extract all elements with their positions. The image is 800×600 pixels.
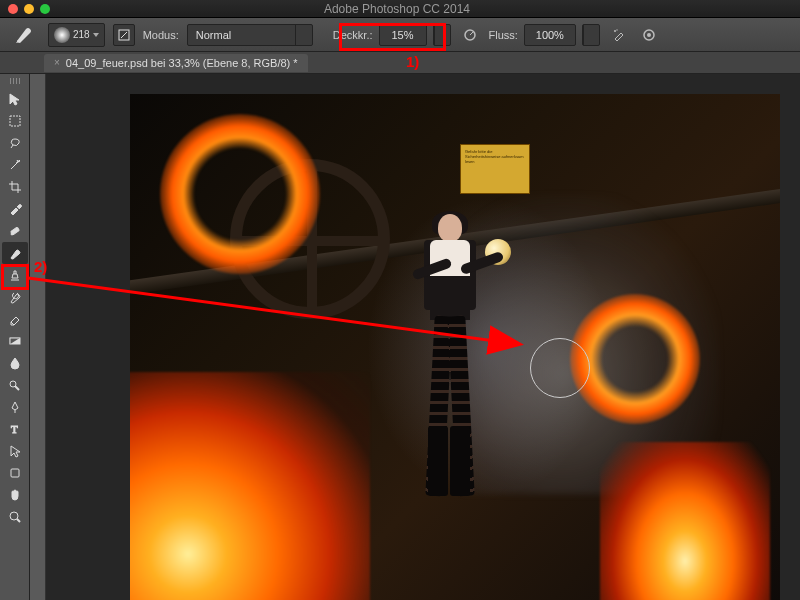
panel-grip[interactable]	[0, 78, 29, 86]
svg-rect-6	[10, 116, 20, 126]
document-canvas[interactable]: Gefahr bitte die Sicherheitshinweise auf…	[130, 94, 780, 600]
app-title: Adobe Photoshop CC 2014	[50, 2, 744, 16]
window-titlebar: Adobe Photoshop CC 2014	[0, 0, 800, 18]
blend-mode-select[interactable]: Normal	[187, 24, 313, 46]
svg-point-8	[11, 233, 13, 235]
history-brush-tool[interactable]	[2, 286, 28, 308]
tools-panel: T	[0, 74, 30, 600]
canvas-area[interactable]: Gefahr bitte die Sicherheitshinweise auf…	[30, 74, 800, 600]
svg-point-5	[647, 33, 651, 37]
flow-value: 100%	[525, 29, 575, 41]
options-bar: 218 Modus: Normal Deckkr.: 15% Fluss: 10…	[0, 18, 800, 52]
tab-close-icon[interactable]: ×	[54, 57, 60, 68]
brush-preview-icon	[53, 26, 71, 44]
clone-stamp-tool[interactable]	[2, 264, 28, 286]
hand-tool[interactable]	[2, 484, 28, 506]
shape-tool[interactable]	[2, 462, 28, 484]
document-tab-bar: × 04_09_feuer.psd bei 33,3% (Ebene 8, RG…	[0, 52, 800, 74]
flow-input[interactable]: 100%	[524, 24, 576, 46]
blend-mode-value: Normal	[188, 29, 295, 41]
flow-group: Fluss: 100%	[489, 24, 600, 46]
document-tab[interactable]: × 04_09_feuer.psd bei 33,3% (Ebene 8, RG…	[44, 54, 308, 72]
fire-ring-graphic	[160, 114, 320, 274]
chevron-down-icon	[295, 25, 312, 45]
type-tool[interactable]: T	[2, 418, 28, 440]
blur-tool[interactable]	[2, 352, 28, 374]
pressure-size-toggle[interactable]	[638, 24, 660, 46]
crop-tool[interactable]	[2, 176, 28, 198]
mode-label: Modus:	[143, 29, 179, 41]
close-window-button[interactable]	[8, 4, 18, 14]
spot-heal-tool[interactable]	[2, 220, 28, 242]
main-area: T Gefahr bitte die Sicherheitshinweise a…	[0, 74, 800, 600]
flow-dropdown[interactable]	[582, 24, 600, 46]
brush-tool[interactable]	[2, 242, 28, 264]
fire-graphic	[600, 442, 770, 600]
opacity-label: Deckkr.:	[333, 29, 373, 41]
chevron-down-icon	[434, 25, 451, 45]
eyedropper-tool[interactable]	[2, 198, 28, 220]
pressure-opacity-toggle[interactable]	[459, 24, 481, 46]
brush-preset-picker[interactable]: 218	[48, 23, 105, 47]
current-tool-icon[interactable]	[10, 23, 40, 47]
document-tab-name: 04_09_feuer.psd bei 33,3% (Ebene 8, RGB/…	[66, 57, 298, 69]
vertical-ruler	[30, 74, 46, 600]
opacity-input[interactable]: 15%	[379, 24, 427, 46]
svg-point-3	[616, 29, 617, 30]
brush-panel-toggle[interactable]	[113, 24, 135, 46]
svg-rect-13	[11, 469, 19, 477]
flow-label: Fluss:	[489, 29, 518, 41]
opacity-group: Deckkr.: 15%	[333, 24, 451, 46]
dodge-tool[interactable]	[2, 374, 28, 396]
fire-ring-graphic	[570, 294, 700, 424]
eraser-tool[interactable]	[2, 308, 28, 330]
warning-sign-graphic: Gefahr bitte die Sicherheitshinweise auf…	[460, 144, 530, 194]
airbrush-toggle[interactable]	[608, 24, 630, 46]
move-tool[interactable]	[2, 88, 28, 110]
gradient-tool[interactable]	[2, 330, 28, 352]
magic-wand-tool[interactable]	[2, 154, 28, 176]
brush-cursor	[530, 338, 590, 398]
annotation-label-1: 1)	[406, 53, 419, 70]
path-select-tool[interactable]	[2, 440, 28, 462]
chevron-down-icon	[583, 25, 600, 45]
opacity-dropdown[interactable]	[433, 24, 451, 46]
maximize-window-button[interactable]	[40, 4, 50, 14]
traffic-lights	[8, 4, 50, 14]
opacity-value: 15%	[380, 29, 426, 41]
brush-size-value: 218	[73, 29, 90, 40]
svg-point-14	[10, 512, 18, 520]
person-graphic	[410, 214, 490, 544]
annotation-label-2: 2)	[34, 258, 47, 275]
fire-graphic	[130, 372, 370, 600]
pen-tool[interactable]	[2, 396, 28, 418]
minimize-window-button[interactable]	[24, 4, 34, 14]
lasso-tool[interactable]	[2, 132, 28, 154]
svg-point-2	[614, 30, 616, 32]
svg-text:T: T	[11, 423, 18, 435]
zoom-tool[interactable]	[2, 506, 28, 528]
marquee-tool[interactable]	[2, 110, 28, 132]
